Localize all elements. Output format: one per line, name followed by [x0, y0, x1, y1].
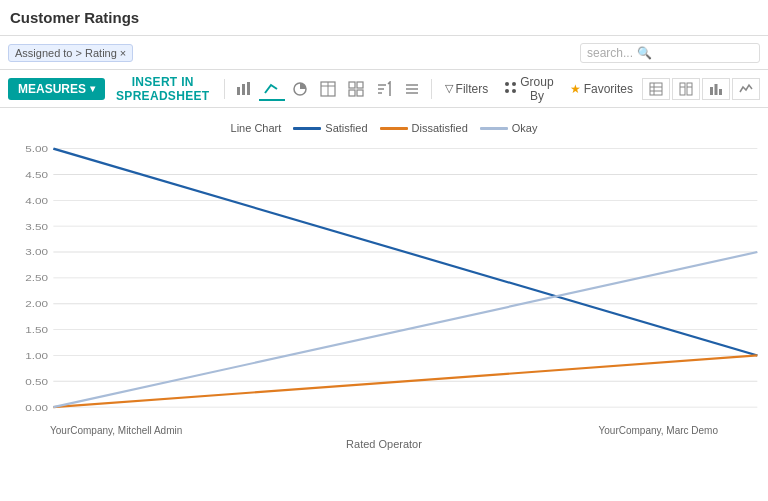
groupby-icon — [504, 81, 517, 96]
top-bar: Assigned to > Rating × search... 🔍 — [0, 36, 768, 70]
breadcrumb-tag[interactable]: Assigned to > Rating × — [8, 44, 133, 62]
dissatisfied-label: Dissatisfied — [412, 122, 468, 134]
legend-dissatisfied: Dissatisfied — [380, 122, 468, 134]
pie-chart-icon-btn[interactable] — [287, 78, 313, 100]
page-title: Customer Ratings — [10, 9, 139, 26]
favorites-button[interactable]: ★ Favorites — [563, 79, 640, 99]
toolbar-separator — [224, 79, 225, 99]
view-toggles — [642, 78, 760, 100]
svg-text:3.00: 3.00 — [25, 247, 48, 258]
groupby-label: Group By — [520, 75, 553, 103]
insert-label: INSERT IN SPREADSHEET — [116, 75, 209, 103]
svg-text:5.00: 5.00 — [25, 143, 48, 154]
measures-button[interactable]: MEASURES ▾ — [8, 78, 105, 100]
view-activity-icon — [739, 82, 753, 96]
svg-rect-31 — [719, 89, 722, 95]
chart-wrap: 5.00 4.50 4.00 3.50 3.00 2.50 2.00 1.50 … — [0, 140, 768, 433]
search-icon: 🔍 — [637, 46, 652, 60]
list-icon — [404, 81, 420, 97]
view-chart-icon — [709, 82, 723, 96]
line-chart-icon — [264, 80, 280, 96]
svg-text:4.50: 4.50 — [25, 169, 48, 180]
pie-chart-icon — [292, 81, 308, 97]
satisfied-label: Satisfied — [325, 122, 367, 134]
satisfied-color-swatch — [293, 127, 321, 130]
svg-text:0.50: 0.50 — [25, 376, 48, 387]
svg-rect-1 — [242, 84, 245, 95]
toolbar: MEASURES ▾ INSERT IN SPREADSHEET — [0, 70, 768, 108]
svg-point-19 — [505, 89, 509, 93]
legend-okay: Okay — [480, 122, 538, 134]
svg-rect-26 — [687, 83, 692, 95]
groupby-button[interactable]: Group By — [497, 72, 560, 106]
svg-point-20 — [512, 89, 516, 93]
line-chart-icon-btn[interactable] — [259, 77, 285, 101]
filters-label: Filters — [456, 82, 489, 96]
view-list-icon — [649, 82, 663, 96]
star-icon: ★ — [570, 82, 581, 96]
svg-point-18 — [512, 82, 516, 86]
breadcrumb-text: Assigned to > Rating × — [15, 47, 126, 59]
filters-button[interactable]: ▽ Filters — [438, 79, 496, 99]
svg-rect-10 — [357, 90, 363, 96]
search-placeholder: search... — [587, 46, 633, 60]
line-chart-svg: 5.00 4.50 4.00 3.50 3.00 2.50 2.00 1.50 … — [0, 140, 768, 433]
filter-icon: ▽ — [445, 82, 453, 95]
favorites-label: Favorites — [584, 82, 633, 96]
view-table-icon — [679, 82, 693, 96]
view-activity-btn[interactable] — [732, 78, 760, 100]
svg-rect-2 — [247, 82, 250, 95]
svg-rect-25 — [680, 83, 685, 95]
view-chart-btn[interactable] — [702, 78, 730, 100]
toolbar-separator-2 — [431, 79, 432, 99]
chart-legend: Line Chart Satisfied Dissatisfied Okay — [0, 118, 768, 140]
svg-rect-30 — [715, 84, 718, 95]
svg-text:4.00: 4.00 — [25, 195, 48, 206]
pivot-icon-btn[interactable] — [343, 78, 369, 100]
svg-text:2.50: 2.50 — [25, 272, 48, 283]
list-icon-btn[interactable] — [399, 78, 425, 100]
measures-dropdown-arrow: ▾ — [90, 83, 95, 94]
svg-rect-8 — [357, 82, 363, 88]
groupby-svg-icon — [504, 81, 517, 94]
bar-chart-icon — [236, 81, 252, 97]
svg-text:2.00: 2.00 — [25, 298, 48, 309]
svg-rect-9 — [349, 90, 355, 96]
table-icon-btn[interactable] — [315, 78, 341, 100]
chart-container: Line Chart Satisfied Dissatisfied Okay — [0, 108, 768, 501]
measures-label: MEASURES — [18, 82, 86, 96]
okay-color-swatch — [480, 127, 508, 130]
svg-rect-0 — [237, 87, 240, 95]
okay-label: Okay — [512, 122, 538, 134]
bar-chart-icon-btn[interactable] — [231, 78, 257, 100]
svg-text:3.50: 3.50 — [25, 221, 48, 232]
svg-text:1.00: 1.00 — [25, 350, 48, 361]
search-box[interactable]: search... 🔍 — [580, 43, 760, 63]
svg-rect-7 — [349, 82, 355, 88]
table-icon — [320, 81, 336, 97]
breadcrumb-area: Assigned to > Rating × — [8, 44, 580, 62]
svg-rect-29 — [710, 87, 713, 95]
sort-asc-icon-btn[interactable] — [371, 78, 397, 100]
sort-icon — [376, 81, 392, 97]
legend-title: Line Chart — [231, 122, 282, 134]
svg-text:0.00: 0.00 — [25, 402, 48, 413]
view-list-btn[interactable] — [642, 78, 670, 100]
pivot-icon — [348, 81, 364, 97]
insert-spreadsheet-button[interactable]: INSERT IN SPREADSHEET — [107, 71, 218, 107]
page-header: Customer Ratings — [0, 0, 768, 36]
svg-rect-21 — [650, 83, 662, 95]
svg-point-17 — [505, 82, 509, 86]
legend-satisfied: Satisfied — [293, 122, 367, 134]
view-table-btn[interactable] — [672, 78, 700, 100]
x-axis-label: Rated Operator — [0, 438, 768, 450]
svg-text:1.50: 1.50 — [25, 324, 48, 335]
dissatisfied-color-swatch — [380, 127, 408, 130]
